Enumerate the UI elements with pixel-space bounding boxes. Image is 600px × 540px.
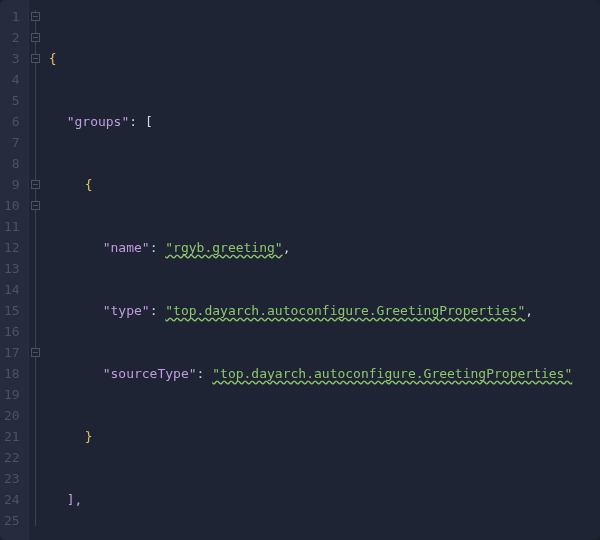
comma: ,: [283, 237, 291, 258]
line-number: 19: [4, 384, 20, 405]
colon: : [: [129, 111, 152, 132]
line-number-gutter: 1 2 3 4 5 6 7 8 9 10 11 12 13 14 15 16 1…: [0, 0, 29, 540]
json-key: "type": [103, 300, 150, 321]
json-string: "rgyb.greeting": [165, 237, 282, 258]
fold-toggle-icon[interactable]: [31, 348, 40, 357]
line-number: 6: [4, 111, 20, 132]
line-number: 24: [4, 489, 20, 510]
line-number: 21: [4, 426, 20, 447]
line-number: 3: [4, 48, 20, 69]
line-number: 22: [4, 447, 20, 468]
fold-toggle-icon[interactable]: [31, 12, 40, 21]
line-number: 8: [4, 153, 20, 174]
json-string: "top.dayarch.autoconfigure.GreetingPrope…: [212, 363, 572, 384]
line-number: 9: [4, 174, 20, 195]
bracket-close: ],: [67, 489, 83, 510]
line-number: 11: [4, 216, 20, 237]
line-number: 18: [4, 363, 20, 384]
line-number: 4: [4, 69, 20, 90]
sep: :: [197, 363, 213, 384]
line-number: 13: [4, 258, 20, 279]
json-key: "sourceType": [103, 363, 197, 384]
brace-close: }: [85, 426, 93, 447]
code-editor[interactable]: { "groups": [ { "name": "rgyb.greeting",…: [43, 0, 600, 540]
line-number: 1: [4, 6, 20, 27]
line-number: 5: [4, 90, 20, 111]
json-key: "name": [103, 237, 150, 258]
fold-toggle-icon[interactable]: [31, 54, 40, 63]
line-number: 2: [4, 27, 20, 48]
line-number: 16: [4, 321, 20, 342]
json-string: "top.dayarch.autoconfigure.GreetingPrope…: [165, 300, 525, 321]
line-number: 7: [4, 132, 20, 153]
line-number: 15: [4, 300, 20, 321]
fold-toggle-icon[interactable]: [31, 33, 40, 42]
line-number: 12: [4, 237, 20, 258]
line-number: 17: [4, 342, 20, 363]
line-number: 10: [4, 195, 20, 216]
sep: :: [150, 237, 166, 258]
line-number: 20: [4, 405, 20, 426]
fold-toggle-icon[interactable]: [31, 201, 40, 210]
line-number: 25: [4, 510, 20, 531]
fold-column: [29, 0, 43, 540]
brace-open: {: [85, 174, 93, 195]
comma: ,: [525, 300, 533, 321]
json-key: "groups": [67, 111, 130, 132]
line-number: 14: [4, 279, 20, 300]
sep: :: [150, 300, 166, 321]
brace-open: {: [49, 48, 57, 69]
line-number: 23: [4, 468, 20, 489]
fold-toggle-icon[interactable]: [31, 180, 40, 189]
